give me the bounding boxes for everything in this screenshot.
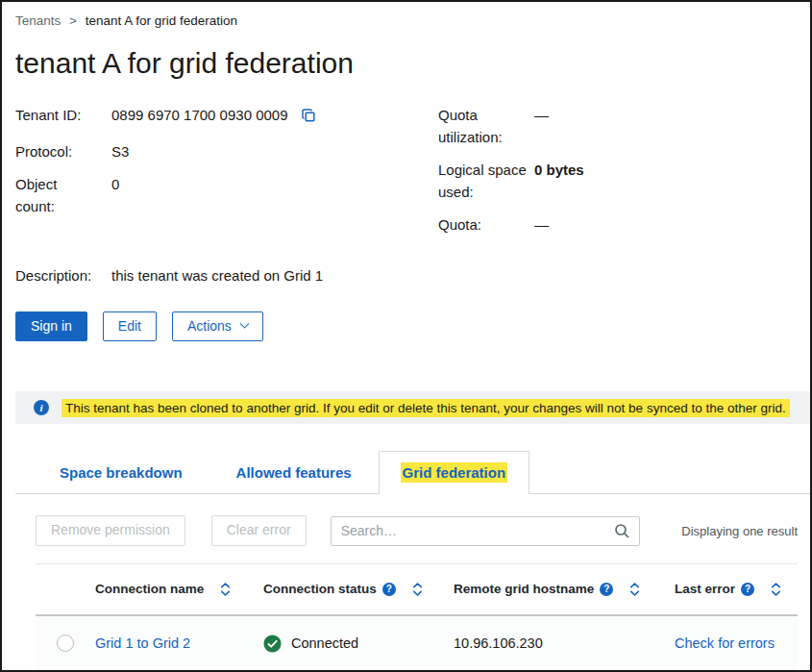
- quota-label: Quota:: [438, 214, 527, 236]
- tab-grid-federation[interactable]: Grid federation: [379, 451, 530, 494]
- search-box[interactable]: [331, 516, 640, 546]
- sort-icon[interactable]: [220, 582, 231, 597]
- sort-icon[interactable]: [412, 582, 423, 597]
- details-right-column: Quota utilization: — Logical space used:…: [438, 105, 584, 236]
- actions-menu-button[interactable]: Actions: [172, 311, 263, 341]
- last-error-cell: Check for errors: [675, 635, 798, 651]
- logical-space-used-value: 0 bytes: [534, 160, 584, 203]
- quota-value: —: [534, 214, 584, 236]
- tenant-id-text: 0899 6970 1700 0930 0009: [111, 107, 288, 123]
- header-connection-name: Connection name: [95, 582, 263, 597]
- breadcrumb-separator: >: [69, 13, 77, 28]
- help-icon[interactable]: ?: [600, 583, 613, 596]
- search-icon[interactable]: [608, 523, 639, 539]
- row-radio-button[interactable]: [57, 635, 74, 652]
- help-icon[interactable]: ?: [382, 583, 396, 596]
- protocol-value: S3: [111, 141, 438, 163]
- table-toolbar: Remove permission Clear error Displaying…: [36, 515, 798, 545]
- clear-error-button[interactable]: Clear error: [211, 515, 307, 545]
- edit-button[interactable]: Edit: [103, 311, 157, 341]
- grid-federation-panel: Remove permission Clear error Displaying…: [2, 494, 810, 671]
- tenant-details: Tenant ID: 0899 6970 1700 0930 0009 Prot…: [15, 105, 797, 236]
- check-icon: [263, 635, 282, 653]
- connection-name-cell: Grid 1 to Grid 2: [95, 635, 263, 651]
- connection-status-text: Connected: [291, 635, 358, 651]
- connections-table: Connection name Connection status ?: [36, 563, 798, 672]
- object-count-value: 0: [111, 174, 438, 217]
- breadcrumb-current: tenant A for grid federation: [86, 13, 237, 28]
- header-remote-grid-hostname: Remote grid hostname ?: [454, 582, 675, 597]
- banner-message: This tenant has been cloned to another g…: [62, 399, 790, 417]
- quota-utilization-value: —: [534, 105, 584, 148]
- action-button-row: Sign in Edit Actions: [15, 311, 797, 341]
- tab-grid-federation-label: Grid federation: [401, 462, 508, 483]
- tab-space-breakdown[interactable]: Space breakdown: [33, 452, 209, 493]
- actions-menu-label: Actions: [187, 319, 232, 334]
- tab-space-breakdown-label: Space breakdown: [58, 462, 185, 483]
- check-for-errors-link[interactable]: Check for errors: [675, 635, 775, 651]
- header-connection-name-label: Connection name: [95, 582, 204, 596]
- help-icon[interactable]: ?: [741, 583, 754, 596]
- description-row: Description: this tenant was created on …: [15, 265, 797, 287]
- connection-name-link[interactable]: Grid 1 to Grid 2: [95, 635, 190, 651]
- remove-permission-button[interactable]: Remove permission: [36, 515, 185, 545]
- sort-icon[interactable]: [771, 582, 781, 597]
- quota-utilization-label: Quota utilization:: [438, 105, 527, 148]
- table-row: Grid 1 to Grid 2 Connected 10.96.106.230…: [36, 616, 798, 672]
- table-header-row: Connection name Connection status ?: [36, 564, 798, 616]
- header-connection-status-label: Connection status: [263, 582, 377, 596]
- header-remote-grid-hostname-label: Remote grid hostname: [454, 582, 594, 596]
- tenant-id-label: Tenant ID:: [15, 105, 111, 130]
- tenant-details-page: Tenants > tenant A for grid federation t…: [0, 0, 812, 672]
- breadcrumb-tenants-link[interactable]: Tenants: [15, 13, 61, 28]
- tab-allowed-features[interactable]: Allowed features: [209, 452, 379, 493]
- sort-icon[interactable]: [629, 582, 640, 597]
- tab-bar: Space breakdown Allowed features Grid fe…: [15, 451, 810, 494]
- result-count: Displaying one result: [681, 524, 798, 538]
- copy-icon[interactable]: [301, 108, 316, 130]
- logical-space-used-label: Logical space used:: [438, 160, 527, 203]
- tenant-id-value: 0899 6970 1700 0930 0009: [111, 105, 438, 130]
- tab-allowed-features-label: Allowed features: [234, 462, 354, 483]
- description-label: Description:: [15, 265, 111, 287]
- breadcrumb: Tenants > tenant A for grid federation: [2, 2, 810, 28]
- info-banner: i This tenant has been cloned to another…: [15, 391, 810, 424]
- row-select-cell: [36, 635, 95, 652]
- connection-status-cell: Connected: [263, 635, 454, 653]
- info-icon: i: [34, 400, 49, 415]
- header-connection-status: Connection status ?: [263, 582, 454, 597]
- chevron-down-icon: [239, 319, 249, 329]
- details-left-column: Tenant ID: 0899 6970 1700 0930 0009 Prot…: [15, 105, 438, 236]
- header-last-error-label: Last error: [675, 582, 735, 596]
- description-value: this tenant was created on Grid 1: [111, 265, 797, 287]
- object-count-label: Object count:: [15, 174, 75, 217]
- sign-in-button[interactable]: Sign in: [15, 311, 87, 341]
- header-last-error: Last error ?: [675, 582, 798, 597]
- page-title: tenant A for grid federation: [15, 47, 797, 80]
- search-input[interactable]: [332, 517, 608, 545]
- protocol-label: Protocol:: [15, 141, 111, 163]
- remote-grid-hostname-cell: 10.96.106.230: [454, 635, 675, 651]
